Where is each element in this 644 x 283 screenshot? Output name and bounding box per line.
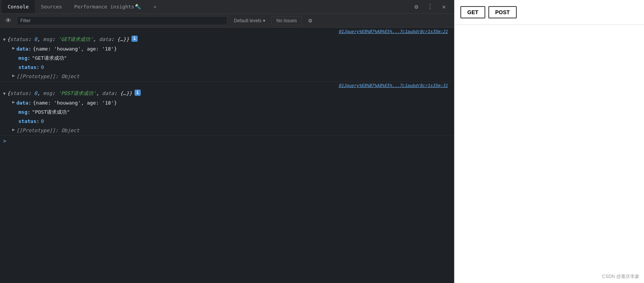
devtools-panel: Console Sources Performance insights 🔦 »…: [0, 0, 454, 283]
tab-performance-label: Performance insights: [74, 4, 135, 10]
no-issues-button[interactable]: No Issues: [271, 16, 302, 25]
tab-sources[interactable]: Sources: [35, 0, 68, 13]
entry2-child-data: ▶ data: {name: 'houwang', age: '18'}: [12, 98, 454, 108]
right-panel-content: [454, 25, 644, 283]
entry1-data-value: {name: 'houwang', age: '18'}: [33, 45, 117, 53]
tab-more[interactable]: »: [147, 0, 163, 13]
entry1-expand-arrow[interactable]: [3, 36, 6, 43]
entry1-data-expand[interactable]: ▶: [12, 45, 15, 52]
entry1-proto-expand[interactable]: ▶: [12, 72, 15, 80]
entry2-main-line: {status: 0, msg: 'POST请求成功', data: {…}} …: [0, 89, 454, 98]
entry2-children: ▶ data: {name: 'houwang', age: '18'} msg…: [0, 98, 454, 135]
entry2-source-link[interactable]: 01Jquery%E8%B7%A8%E5%...7c1aubdr8cr1s35m…: [338, 83, 448, 88]
more-icon: ⋮: [427, 3, 433, 10]
post-button[interactable]: POST: [488, 6, 517, 18]
entry2-child-proto: ▶ [[Prototype]]: Object: [12, 126, 454, 135]
console-entry-2: 01Jquery%E8%B7%A8%E5%...7c1aubdr8cr1s35m…: [0, 82, 454, 136]
entry1-source-link[interactable]: 01Jquery%E8%B7%A8%E5%...7c1aubdr8cr1s35m…: [338, 29, 448, 34]
entry1-data-key: data: [16, 45, 28, 53]
entry2-text: {status: 0, msg: 'POST请求成功', data: {…}}: [7, 90, 132, 98]
entry2-proto-expand[interactable]: ▶: [12, 126, 15, 134]
tab-bar: Console Sources Performance insights 🔦 »…: [0, 0, 454, 14]
entry2-expand-arrow[interactable]: [3, 90, 6, 97]
tab-console[interactable]: Console: [2, 0, 35, 13]
chevron-down-icon: ▾: [263, 18, 265, 23]
entry2-msg-key: msg: [18, 108, 27, 116]
close-icon: ✕: [442, 3, 446, 10]
settings-icon: ⚙: [414, 3, 418, 10]
entry1-msg-value: "GET请求成功": [32, 54, 67, 62]
entry1-link-row: 01Jquery%E8%B7%A8%E5%...7c1aubdr8cr1s35m…: [0, 28, 454, 35]
entry2-child-status: status: 0: [12, 117, 454, 126]
entry2-status-key: status: [18, 117, 36, 126]
entry2-data-value: {name: 'houwang', age: '18'}: [33, 99, 117, 107]
entry1-msg-key: msg: [18, 54, 27, 62]
console-cursor-line[interactable]: >: [0, 136, 454, 146]
cursor-symbol: >: [3, 138, 6, 144]
entry1-child-proto: ▶ [[Prototype]]: Object: [12, 72, 454, 81]
console-toolbar: 👁 Default levels ▾ No Issues ⚙: [0, 14, 454, 28]
entry2-msg-value: "POST请求成功": [32, 108, 70, 116]
tab-console-label: Console: [8, 4, 29, 10]
eye-icon[interactable]: 👁: [3, 15, 14, 26]
entry1-child-data: ▶ data: {name: 'houwang', age: '18'}: [12, 44, 454, 54]
default-levels-label: Default levels: [234, 18, 261, 23]
tab-sources-label: Sources: [41, 4, 62, 10]
performance-icon: 🔦: [135, 4, 141, 10]
entry1-child-status: status: 0: [12, 63, 454, 72]
default-levels-button[interactable]: Default levels ▾: [231, 16, 268, 25]
post-label: POST: [495, 9, 510, 15]
tab-icons: ⚙ ⋮ ✕: [411, 2, 452, 12]
right-panel-buttons: GET POST: [454, 0, 644, 25]
entry1-child-msg: msg: "GET请求成功": [12, 54, 454, 63]
entry2-child-msg: msg: "POST请求成功": [12, 108, 454, 117]
entry1-status-key: status: [18, 63, 36, 72]
tab-more-label: »: [153, 4, 156, 10]
entry1-children: ▶ data: {name: 'houwang', age: '18'} msg…: [0, 44, 454, 81]
entry1-main-line: {status: 0, msg: 'GET请求成功', data: {…}} i: [0, 35, 454, 44]
get-label: GET: [467, 9, 478, 15]
watermark: CSDN @重庆李豪: [602, 273, 639, 280]
entry2-info-badge: i: [135, 90, 141, 96]
console-entry-1: 01Jquery%E8%B7%A8%E5%...7c1aubdr8cr1s35m…: [0, 28, 454, 82]
settings-icon-btn[interactable]: ⚙: [411, 2, 422, 12]
more-icon-btn[interactable]: ⋮: [425, 2, 435, 12]
tab-performance[interactable]: Performance insights 🔦: [68, 0, 148, 13]
entry1-info-badge: i: [131, 36, 138, 42]
entry1-status-value: 0: [41, 63, 44, 72]
get-button[interactable]: GET: [460, 6, 485, 18]
gear-icon: ⚙: [309, 17, 312, 24]
entry2-proto-text: [[Prototype]]: Object: [16, 126, 79, 135]
filter-input[interactable]: [17, 16, 228, 25]
entry1-text: {status: 0, msg: 'GET请求成功', data: {…}}: [7, 36, 129, 44]
close-icon-btn[interactable]: ✕: [439, 2, 449, 12]
entry2-data-expand[interactable]: ▶: [12, 99, 15, 106]
no-issues-label: No Issues: [276, 18, 297, 23]
right-panel: GET POST CSDN @重庆李豪: [454, 0, 644, 283]
entry2-data-key: data: [16, 99, 28, 107]
console-output[interactable]: 01Jquery%E8%B7%A8%E5%...7c1aubdr8cr1s35m…: [0, 28, 454, 283]
entry1-proto-text: [[Prototype]]: Object: [16, 72, 79, 81]
entry2-link-row: 01Jquery%E8%B7%A8%E5%...7c1aubdr8cr1s35m…: [0, 82, 454, 89]
toolbar-gear-icon[interactable]: ⚙: [305, 15, 315, 26]
entry2-status-value: 0: [41, 117, 44, 126]
